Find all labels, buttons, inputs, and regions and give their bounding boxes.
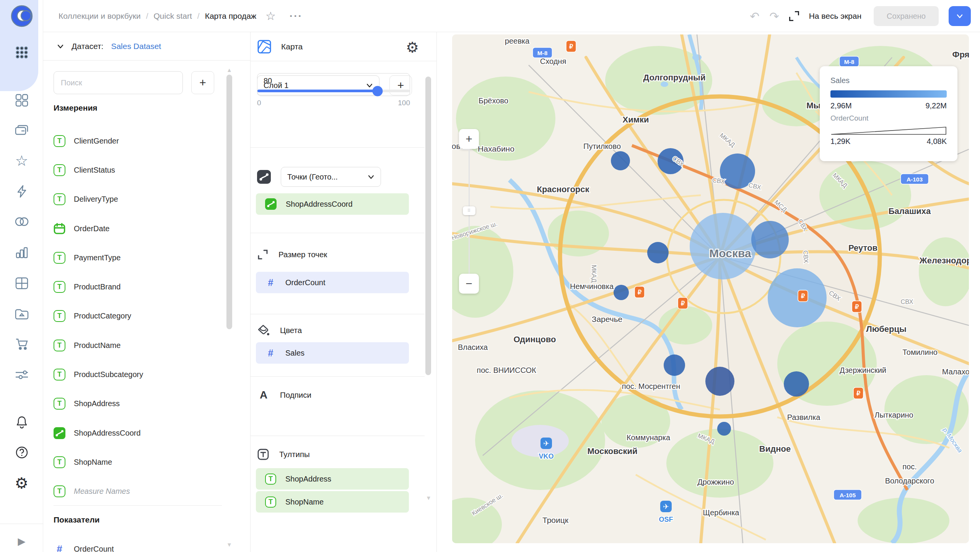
measure-item[interactable]: #OrderCount [54, 534, 222, 552]
breadcrumb-collections[interactable]: Коллекции и воркбуки [59, 11, 141, 21]
breadcrumb-separator: / [146, 11, 148, 21]
geometry-type-select[interactable]: Точки (Геото... [281, 167, 381, 187]
road-shield-label: А-105 [840, 492, 856, 498]
more-actions-icon[interactable]: ··· [290, 10, 303, 22]
dimension-item[interactable]: TPaymentType [54, 243, 222, 272]
map-zoom-out-button[interactable]: − [459, 274, 479, 294]
transit-station-glyph: ₽ [681, 300, 685, 307]
sidebar-item-editor[interactable] [0, 179, 43, 204]
tooltip-field-chip[interactable]: TShopAddress [256, 468, 409, 490]
redo-icon[interactable]: ↷ [770, 10, 779, 23]
field-search-input[interactable] [54, 71, 183, 94]
opacity-max-label: 100 [398, 99, 410, 107]
map-canvas[interactable]: МКАДМКАДМКАДМКАДСВХСВХСВХМСДСВХСВХСВХСВХ… [452, 34, 969, 543]
sidebar-item-datasets[interactable] [0, 209, 43, 234]
collapse-panel-icon[interactable]: ▶ [0, 529, 43, 552]
dimension-item[interactable]: TProductSubcategory [54, 360, 222, 389]
map-town-label: Немчиновка [570, 282, 614, 291]
sidebar-item-files[interactable] [0, 302, 43, 326]
add-field-button[interactable]: + [191, 71, 214, 94]
map-bubble[interactable] [664, 354, 685, 376]
chart-settings-gear-icon[interactable]: ⚙ [406, 39, 419, 56]
dimensions-list: TClientGenderTClientStatusTDeliveryTypeO… [54, 126, 222, 506]
legend-size-title: OrderCount [830, 114, 947, 122]
dimension-item[interactable]: TClientStatus [54, 155, 222, 185]
map-town-label: Брёхово [479, 96, 508, 105]
legend-size-max: 4,08K [927, 137, 947, 146]
map-road-label: МКАД [591, 265, 597, 283]
dimension-item[interactable]: TClientGender [54, 126, 222, 155]
map-bubble[interactable] [690, 213, 756, 279]
map-bubble[interactable] [647, 242, 669, 263]
dimension-item[interactable]: TShopName [54, 447, 222, 477]
section-divider [251, 147, 425, 148]
tooltips-section-title: Тултипы [279, 450, 310, 459]
map-bubble[interactable] [784, 371, 809, 397]
map-bubble[interactable] [751, 221, 789, 258]
dataset-collapse-icon[interactable] [57, 43, 64, 50]
save-dropdown-button[interactable] [949, 6, 971, 26]
dimension-item[interactable]: TProductCategory [54, 302, 222, 331]
dimension-item[interactable]: ShopAddressCoord [54, 418, 222, 447]
colors-field-chip[interactable]: # Sales [256, 342, 409, 364]
fullscreen-icon[interactable] [789, 11, 799, 21]
saved-button[interactable]: Сохранено [874, 6, 939, 26]
breadcrumb-workbook[interactable]: Quick start [153, 11, 192, 21]
points-field-chip[interactable]: ShopAddressCoord [256, 193, 409, 215]
sidebar-item-tables[interactable] [0, 271, 43, 296]
map-bubble[interactable] [705, 367, 734, 396]
text-field-icon: T [54, 369, 65, 381]
opacity-slider-knob[interactable] [373, 86, 383, 96]
legend-color-gradient [830, 90, 947, 98]
dimension-item[interactable]: TDeliveryType [54, 185, 222, 214]
dimension-item[interactable]: OrderDate [54, 214, 222, 243]
datalens-logo[interactable] [0, 4, 43, 28]
map-town-label: Володарского [885, 477, 934, 485]
scroll-down-icon[interactable]: ▼ [426, 495, 431, 501]
number-field-icon: # [54, 543, 65, 552]
text-field-icon: T [54, 281, 65, 293]
road-shield-label: М-8 [537, 50, 548, 56]
dataset-name-link[interactable]: Sales Dataset [111, 42, 161, 51]
dimension-item[interactable]: TMeasure Names [54, 477, 222, 506]
layer-opacity-slider[interactable] [257, 90, 410, 92]
settings-gear-icon[interactable]: ⚙ [0, 471, 43, 495]
tooltip-field-chip[interactable]: TShopName [256, 491, 409, 513]
field-label: ClientGender [74, 137, 119, 145]
sidebar-item-favorites[interactable]: ☆ [0, 149, 43, 173]
map-bubble[interactable] [611, 151, 630, 170]
dimension-item[interactable]: TProductName [54, 331, 222, 360]
dimension-item[interactable]: TProductBrand [54, 272, 222, 301]
sidebar-item-marketplace[interactable] [0, 332, 43, 356]
sidebar-item-services[interactable] [0, 363, 43, 387]
map-legend: Sales 2,96M 9,22M OrderCount 1,29K 4,08K [820, 66, 957, 161]
map-town-label: Долгопрудный [643, 73, 706, 82]
sidebar-item-charts[interactable] [0, 240, 43, 265]
colors-bucket-icon [257, 324, 270, 336]
apps-grid-icon[interactable] [0, 40, 43, 65]
point-size-icon [257, 249, 269, 260]
map-bubble[interactable] [717, 422, 731, 436]
fullscreen-label[interactable]: На весь экран [809, 11, 861, 21]
size-field-chip[interactable]: # OrderCount [256, 272, 409, 293]
undo-icon[interactable]: ↶ [750, 10, 759, 23]
map-zoom-handle[interactable]: ⠿ [463, 206, 475, 215]
settings-scrollbar[interactable] [425, 77, 431, 375]
map-bubble[interactable] [768, 268, 827, 327]
sidebar-item-dashboards[interactable] [0, 88, 43, 113]
opacity-value[interactable]: 80 [264, 77, 272, 85]
notifications-bell-icon[interactable] [0, 410, 43, 434]
field-label: ShopName [74, 458, 112, 467]
scroll-up-icon[interactable]: ▲ [226, 67, 232, 73]
map-bubble[interactable] [614, 285, 629, 300]
dimension-item[interactable]: TShopAddress [54, 389, 222, 418]
date-field-icon [54, 223, 65, 235]
scroll-down-icon[interactable]: ▼ [226, 541, 232, 548]
map-zoom-in-button[interactable]: + [459, 129, 479, 149]
dataset-scrollbar[interactable] [226, 75, 232, 329]
sidebar-item-collections[interactable] [0, 118, 43, 143]
legend-size-min: 1,29K [830, 137, 850, 146]
field-label: DeliveryType [74, 195, 118, 204]
help-icon[interactable] [0, 440, 43, 465]
favorite-star-icon[interactable]: ☆ [265, 9, 276, 23]
